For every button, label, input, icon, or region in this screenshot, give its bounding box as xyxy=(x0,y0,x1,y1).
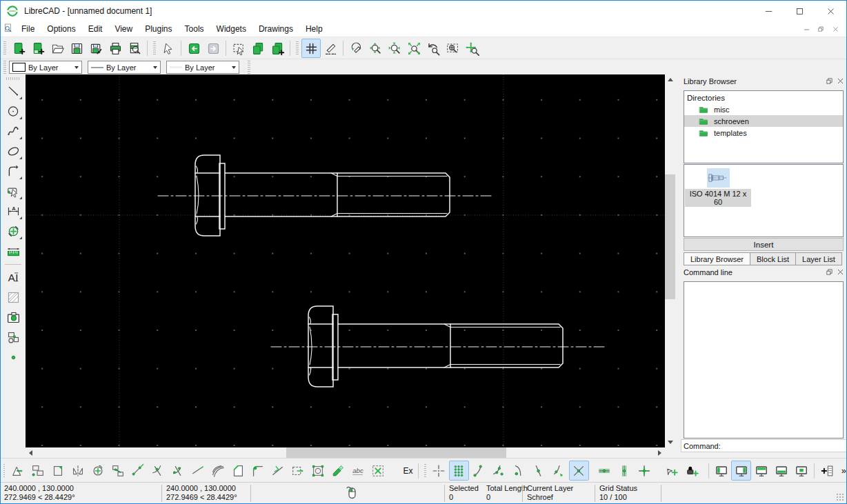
command-history[interactable] xyxy=(684,281,844,439)
modify-properties-icon[interactable] xyxy=(308,461,328,481)
print-preview-icon[interactable] xyxy=(125,39,144,58)
minimize-button[interactable] xyxy=(753,1,784,21)
zoom-window-icon[interactable] xyxy=(443,39,462,58)
modify-lengthen-icon[interactable] xyxy=(188,461,208,481)
toolbar-grip[interactable] xyxy=(3,464,5,478)
menu-edit[interactable]: Edit xyxy=(82,22,109,36)
zoom-out-icon[interactable] xyxy=(385,39,404,58)
new-document-icon[interactable] xyxy=(9,39,28,58)
line-tool-icon[interactable] xyxy=(3,82,23,101)
copy-icon[interactable] xyxy=(248,39,268,58)
horizontal-scrollbar[interactable] xyxy=(26,447,665,458)
block-tool-icon[interactable] xyxy=(3,328,23,347)
dock-close-button[interactable] xyxy=(837,77,844,85)
paste-icon[interactable] xyxy=(268,39,287,58)
modify-edit-text-icon[interactable]: abc xyxy=(348,461,368,481)
directory-item-schroeven[interactable]: schroeven xyxy=(684,115,843,127)
set-relative-zero-icon[interactable] xyxy=(663,461,683,481)
zoom-previous-icon[interactable] xyxy=(424,39,443,58)
scroll-down-icon[interactable] xyxy=(665,437,675,447)
toolbar-grip[interactable] xyxy=(296,41,299,55)
directory-item-templates[interactable]: templates xyxy=(684,127,843,139)
draft-toggle-icon[interactable] xyxy=(321,39,340,58)
image-tool-icon[interactable] xyxy=(3,308,23,327)
library-parts-list[interactable]: ISO 4014 M 12 x 60 xyxy=(684,164,844,237)
snap-entity-icon[interactable] xyxy=(489,461,509,481)
dimension-tool-icon[interactable]: A xyxy=(3,202,23,221)
directory-item-misc[interactable]: misc xyxy=(684,103,843,115)
modify-rotate-icon[interactable] xyxy=(88,461,108,481)
restrict-vertical-icon[interactable] xyxy=(615,461,635,481)
horizontal-scroll-thumb[interactable] xyxy=(286,447,506,458)
scroll-right-icon[interactable] xyxy=(655,447,665,458)
modify-move-icon[interactable] xyxy=(8,461,28,481)
redo-icon[interactable] xyxy=(203,39,223,58)
dock-float-button[interactable] xyxy=(826,268,833,276)
pen-linetype-select[interactable]: By Layer xyxy=(166,61,239,74)
vertical-scroll-thumb[interactable] xyxy=(665,174,675,299)
text-tool-icon[interactable]: AI xyxy=(3,268,23,287)
menu-help[interactable]: Help xyxy=(299,22,329,36)
select-window-icon[interactable] xyxy=(229,39,248,58)
modify-tool-icon[interactable] xyxy=(3,222,23,241)
menu-view[interactable]: View xyxy=(108,22,139,36)
snap-free-icon[interactable] xyxy=(429,461,449,481)
pen-color-select[interactable]: By Layer xyxy=(9,61,82,74)
modify-revert-direction-icon[interactable] xyxy=(48,461,68,481)
point-tool-icon[interactable] xyxy=(3,348,23,367)
toolbar-grip[interactable] xyxy=(153,41,156,55)
grid-toggle-icon[interactable] xyxy=(301,39,321,58)
dock-left-icon[interactable] xyxy=(711,461,731,481)
menu-plugins[interactable]: Plugins xyxy=(139,22,178,36)
scroll-up-icon[interactable] xyxy=(665,74,675,85)
snap-endpoint-icon[interactable] xyxy=(469,461,489,481)
print-icon[interactable] xyxy=(106,39,125,58)
menu-tools[interactable]: Tools xyxy=(179,22,210,36)
modify-copy-icon[interactable] xyxy=(28,461,48,481)
snap-middle-icon[interactable] xyxy=(529,461,549,481)
menu-options[interactable]: Options xyxy=(41,22,81,36)
library-part-item[interactable]: ISO 4014 M 12 x 60 xyxy=(685,168,751,207)
snap-distance-icon[interactable] xyxy=(549,461,569,481)
select-pointer-icon[interactable] xyxy=(159,39,178,58)
drawing-canvas[interactable] xyxy=(26,74,665,447)
document-icon[interactable] xyxy=(3,23,15,35)
pen-width-select[interactable]: By Layer xyxy=(88,61,161,74)
zoom-auto-icon[interactable] xyxy=(404,39,424,58)
tab-library-browser[interactable]: Library Browser xyxy=(684,252,750,265)
menu-widgets[interactable]: Widgets xyxy=(210,22,252,36)
toolbar-overflow-chevron[interactable]: » xyxy=(841,465,846,476)
polyline-tool-icon[interactable] xyxy=(3,162,23,181)
select-tool-icon[interactable] xyxy=(3,182,23,201)
dock-right-icon[interactable] xyxy=(731,461,751,481)
modify-trim-icon[interactable] xyxy=(148,461,168,481)
modify-explode-icon[interactable] xyxy=(288,461,308,481)
modify-bevel-icon[interactable] xyxy=(228,461,248,481)
mdi-minimize-button[interactable] xyxy=(799,23,814,35)
spline-tool-icon[interactable] xyxy=(3,122,23,141)
window-resize-grip[interactable] xyxy=(836,493,845,502)
toolbar-grip[interactable] xyxy=(6,77,20,80)
measure-tool-icon[interactable] xyxy=(3,242,23,261)
toolbar-grip[interactable] xyxy=(424,464,426,478)
save-icon[interactable] xyxy=(67,39,86,58)
lock-relative-zero-icon[interactable] xyxy=(683,461,703,481)
modify-move-rotate-icon[interactable] xyxy=(108,461,128,481)
zoom-in-icon[interactable] xyxy=(366,39,385,58)
new-from-template-icon[interactable] xyxy=(28,39,48,58)
scroll-left-icon[interactable] xyxy=(26,447,36,458)
mdi-restore-button[interactable] xyxy=(814,23,828,35)
mdi-close-button[interactable] xyxy=(828,23,843,35)
menu-file[interactable]: File xyxy=(15,22,41,36)
redraw-icon[interactable] xyxy=(346,39,366,58)
directories-tree[interactable]: Directories miscschroeventemplates xyxy=(684,90,844,163)
modify-attributes-icon[interactable] xyxy=(328,461,348,481)
tab-layer-list[interactable]: Layer List xyxy=(796,252,842,265)
dock-bottom-icon[interactable] xyxy=(771,461,791,481)
insert-button[interactable]: Insert xyxy=(684,238,844,251)
command-input[interactable]: Command: xyxy=(681,439,847,452)
modify-mirror-icon[interactable] xyxy=(68,461,88,481)
snap-intersection-icon[interactable] xyxy=(569,461,589,481)
ellipse-tool-icon[interactable] xyxy=(3,142,23,161)
modify-divide-icon[interactable] xyxy=(268,461,288,481)
